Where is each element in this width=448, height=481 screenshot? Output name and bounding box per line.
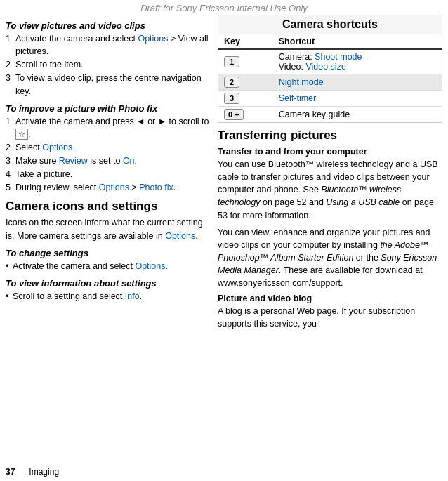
list-item: 5 During review, select Options > Photo … [6, 181, 209, 194]
key-badge-2: 2 [224, 77, 239, 88]
col-shortcut-header: Shortcut [273, 34, 442, 49]
camera-icons-body: Icons on the screen inform what the curr… [6, 216, 209, 242]
list-item: 3 To view a video clip, press the centre… [6, 72, 209, 97]
usb-link[interactable]: Using a USB cable [326, 197, 400, 207]
list-item: 1 Activate the camera and select Options… [6, 32, 209, 58]
list-item: 2 Scroll to the item. [6, 58, 209, 71]
on-link[interactable]: On [123, 156, 135, 166]
shortcut-row-1: 1 Camera: Shoot modeVideo: Video size [218, 49, 442, 74]
photo-fix-link[interactable]: Photo fix [139, 183, 173, 192]
list-item: 3 Make sure Review is set to On. [6, 154, 209, 167]
page-footer: 37 Imaging [6, 467, 442, 477]
shortcut-cell: Camera key guide [273, 107, 442, 123]
view-info-heading: To view information about settings [6, 278, 209, 289]
camera-icons-heading: Camera icons and settings [6, 199, 209, 213]
view-pictures-list: 1 Activate the camera and select Options… [6, 32, 209, 98]
shortcut-cell: Night mode [273, 74, 442, 91]
options-link-5[interactable]: Options [135, 261, 165, 271]
section-photo-fix: To improve a picture with Photo fix 1 Ac… [6, 103, 209, 195]
key-cell: 0 + [218, 107, 273, 123]
list-item: 2 Select Options. [6, 141, 209, 154]
options-link-1[interactable]: Options [138, 34, 168, 44]
key-badge-1: 1 [224, 56, 239, 67]
key-cell: 2 [218, 74, 273, 91]
support-url: www.sonyericsson.com/support [218, 278, 341, 288]
right-column: Camera shortcuts Key Shortcut 1 Camera: … [218, 15, 442, 470]
view-pictures-heading: To view pictures and video clips [6, 20, 209, 31]
change-settings-list: Activate the camera and select Options. [6, 260, 209, 272]
shortcuts-title: Camera shortcuts [218, 15, 442, 34]
key-cell: 1 [218, 49, 273, 74]
view-info-list: Scroll to a setting and select Info. [6, 290, 209, 303]
photo-fix-heading: To improve a picture with Photo fix [6, 103, 209, 114]
list-item: Activate the camera and select Options. [6, 260, 209, 272]
self-timer-link[interactable]: Self-timer [279, 93, 316, 103]
col-key-header: Key [218, 34, 273, 49]
video-size-link[interactable]: Video size [305, 62, 345, 72]
transfer-heading: Transferring pictures [218, 129, 442, 143]
section-view-pictures: To view pictures and video clips 1 Activ… [6, 20, 209, 98]
review-link[interactable]: Review [59, 156, 88, 166]
section-label: Imaging [29, 467, 59, 477]
blog-heading: Picture and video blog [218, 294, 442, 303]
transfer-section: Transferring pictures Transfer to and fr… [218, 129, 442, 331]
list-item: 1 Activate the camera and press ◄ or ► t… [6, 115, 209, 140]
page-number: 37 [6, 467, 15, 477]
transfer-sub1-body: You can use Bluetooth™ wireless technolo… [218, 158, 442, 222]
change-settings-heading: To change settings [6, 248, 209, 258]
info-link[interactable]: Info [125, 291, 140, 301]
blog-body: A blog is a personal Web page. If your s… [218, 305, 442, 330]
key-badge-4: 0 + [224, 109, 244, 120]
left-column: To view pictures and video clips 1 Activ… [6, 15, 209, 470]
options-link-4[interactable]: Options [165, 231, 195, 241]
list-item: Scroll to a setting and select Info. [6, 290, 209, 303]
shortcuts-table: Key Shortcut 1 Camera: Shoot modeVideo: … [218, 34, 442, 122]
camera-shortcuts-box: Camera shortcuts Key Shortcut 1 Camera: … [218, 15, 442, 123]
shoot-mode-link[interactable]: Shoot mode [315, 52, 362, 62]
list-item: 4 Take a picture. [6, 168, 209, 180]
transfer-sub1-heading: Transfer to and from your computer [218, 147, 442, 157]
photo-fix-list: 1 Activate the camera and press ◄ or ► t… [6, 115, 209, 195]
transfer-sub2-body: You can view, enhance and organize your … [218, 226, 442, 290]
key-badge-3: 3 [224, 93, 239, 104]
night-mode-link[interactable]: Night mode [279, 77, 324, 87]
shortcut-row-3: 3 Self-timer [218, 91, 442, 107]
options-link-3[interactable]: Options [99, 183, 129, 192]
shortcut-cell: Camera: Shoot modeVideo: Video size [273, 49, 442, 74]
draft-banner: Draft for Sony Ericsson Internal Use Onl… [0, 0, 448, 15]
options-link-2[interactable]: Options [42, 143, 72, 152]
key-cell: 3 [218, 91, 273, 107]
shortcut-row-2: 2 Night mode [218, 74, 442, 91]
section-camera-icons: Camera icons and settings Icons on the s… [6, 199, 209, 303]
shortcut-cell: Self-timer [273, 91, 442, 107]
shortcut-row-4: 0 + Camera key guide [218, 107, 442, 123]
